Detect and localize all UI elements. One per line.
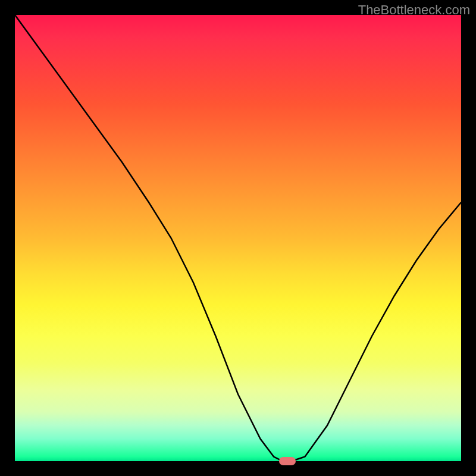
plot-area (15, 15, 461, 461)
chart-container: TheBottleneck.com (0, 0, 476, 476)
bottleneck-curve (15, 15, 461, 461)
optimal-marker (279, 457, 296, 465)
